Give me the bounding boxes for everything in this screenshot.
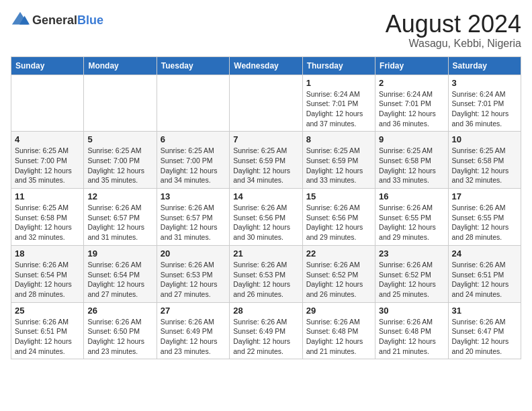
day-number: 17 bbox=[452, 191, 517, 201]
day-cell: 6Sunrise: 6:25 AM Sunset: 7:00 PM Daylig… bbox=[157, 132, 229, 189]
day-number: 31 bbox=[452, 306, 517, 316]
day-cell bbox=[157, 75, 229, 132]
day-cell: 13Sunrise: 6:26 AM Sunset: 6:57 PM Dayli… bbox=[157, 189, 229, 246]
day-number: 2 bbox=[379, 78, 444, 88]
day-info: Sunrise: 6:24 AM Sunset: 7:01 PM Dayligh… bbox=[379, 89, 444, 129]
day-cell: 8Sunrise: 6:25 AM Sunset: 6:59 PM Daylig… bbox=[302, 132, 375, 189]
day-number: 16 bbox=[379, 191, 444, 201]
day-info: Sunrise: 6:26 AM Sunset: 6:53 PM Dayligh… bbox=[233, 260, 298, 300]
day-info: Sunrise: 6:26 AM Sunset: 6:52 PM Dayligh… bbox=[306, 260, 371, 300]
logo-text-blue: Blue bbox=[77, 13, 103, 27]
day-number: 15 bbox=[306, 191, 371, 201]
day-cell: 4Sunrise: 6:25 AM Sunset: 7:00 PM Daylig… bbox=[11, 132, 84, 189]
day-info: Sunrise: 6:25 AM Sunset: 6:58 PM Dayligh… bbox=[452, 146, 517, 185]
day-cell bbox=[84, 75, 157, 132]
day-cell: 25Sunrise: 6:26 AM Sunset: 6:51 PM Dayli… bbox=[11, 302, 84, 359]
day-info: Sunrise: 6:25 AM Sunset: 6:58 PM Dayligh… bbox=[15, 203, 80, 242]
day-cell: 9Sunrise: 6:25 AM Sunset: 6:58 PM Daylig… bbox=[375, 132, 448, 189]
day-cell: 7Sunrise: 6:25 AM Sunset: 6:59 PM Daylig… bbox=[230, 132, 302, 189]
day-info: Sunrise: 6:25 AM Sunset: 7:00 PM Dayligh… bbox=[15, 146, 80, 185]
day-info: Sunrise: 6:25 AM Sunset: 7:00 PM Dayligh… bbox=[161, 146, 226, 185]
day-info: Sunrise: 6:25 AM Sunset: 7:00 PM Dayligh… bbox=[87, 146, 152, 185]
day-number: 12 bbox=[87, 191, 152, 201]
day-number: 20 bbox=[161, 248, 226, 259]
day-cell: 24Sunrise: 6:26 AM Sunset: 6:51 PM Dayli… bbox=[448, 245, 521, 302]
day-number: 22 bbox=[306, 248, 371, 259]
logo-icon bbox=[11, 11, 30, 30]
day-info: Sunrise: 6:24 AM Sunset: 7:01 PM Dayligh… bbox=[452, 89, 517, 129]
day-cell: 16Sunrise: 6:26 AM Sunset: 6:55 PM Dayli… bbox=[375, 189, 448, 246]
day-cell: 29Sunrise: 6:26 AM Sunset: 6:48 PM Dayli… bbox=[302, 302, 375, 359]
day-info: Sunrise: 6:26 AM Sunset: 6:52 PM Dayligh… bbox=[379, 260, 444, 300]
day-info: Sunrise: 6:26 AM Sunset: 6:51 PM Dayligh… bbox=[452, 260, 517, 300]
day-number: 26 bbox=[87, 306, 152, 316]
col-header-monday: Monday bbox=[84, 56, 157, 75]
day-number: 10 bbox=[452, 134, 517, 144]
day-info: Sunrise: 6:26 AM Sunset: 6:48 PM Dayligh… bbox=[306, 317, 371, 357]
day-number: 5 bbox=[87, 134, 152, 144]
day-number: 1 bbox=[306, 78, 371, 88]
day-cell: 3Sunrise: 6:24 AM Sunset: 7:01 PM Daylig… bbox=[448, 75, 521, 132]
day-cell: 20Sunrise: 6:26 AM Sunset: 6:53 PM Dayli… bbox=[157, 245, 229, 302]
day-info: Sunrise: 6:26 AM Sunset: 6:54 PM Dayligh… bbox=[87, 260, 152, 300]
day-cell: 28Sunrise: 6:26 AM Sunset: 6:49 PM Dayli… bbox=[230, 302, 302, 359]
calendar-table: SundayMondayTuesdayWednesdayThursdayFrid… bbox=[11, 56, 521, 360]
day-number: 23 bbox=[379, 248, 444, 259]
day-number: 21 bbox=[233, 248, 298, 259]
col-header-saturday: Saturday bbox=[448, 56, 521, 75]
logo-text-general: General bbox=[32, 13, 77, 27]
week-row-5: 25Sunrise: 6:26 AM Sunset: 6:51 PM Dayli… bbox=[11, 302, 521, 359]
day-cell: 23Sunrise: 6:26 AM Sunset: 6:52 PM Dayli… bbox=[375, 245, 448, 302]
day-cell: 15Sunrise: 6:26 AM Sunset: 6:56 PM Dayli… bbox=[302, 189, 375, 246]
col-header-sunday: Sunday bbox=[11, 56, 84, 75]
day-cell: 27Sunrise: 6:26 AM Sunset: 6:49 PM Dayli… bbox=[157, 302, 229, 359]
day-info: Sunrise: 6:25 AM Sunset: 6:59 PM Dayligh… bbox=[306, 146, 371, 185]
day-cell: 17Sunrise: 6:26 AM Sunset: 6:55 PM Dayli… bbox=[448, 189, 521, 246]
day-cell: 18Sunrise: 6:26 AM Sunset: 6:54 PM Dayli… bbox=[11, 245, 84, 302]
day-cell: 21Sunrise: 6:26 AM Sunset: 6:53 PM Dayli… bbox=[230, 245, 302, 302]
day-info: Sunrise: 6:26 AM Sunset: 6:47 PM Dayligh… bbox=[452, 317, 517, 357]
day-info: Sunrise: 6:25 AM Sunset: 6:59 PM Dayligh… bbox=[233, 146, 298, 185]
day-number: 28 bbox=[233, 306, 298, 316]
day-cell: 14Sunrise: 6:26 AM Sunset: 6:56 PM Dayli… bbox=[230, 189, 302, 246]
header-row: SundayMondayTuesdayWednesdayThursdayFrid… bbox=[11, 56, 521, 75]
day-info: Sunrise: 6:26 AM Sunset: 6:57 PM Dayligh… bbox=[161, 203, 226, 242]
main-title: August 2024 bbox=[386, 11, 521, 38]
day-number: 8 bbox=[306, 134, 371, 144]
day-number: 4 bbox=[15, 134, 80, 144]
day-number: 25 bbox=[15, 306, 80, 316]
day-cell: 31Sunrise: 6:26 AM Sunset: 6:47 PM Dayli… bbox=[448, 302, 521, 359]
day-info: Sunrise: 6:26 AM Sunset: 6:49 PM Dayligh… bbox=[161, 317, 226, 357]
day-info: Sunrise: 6:26 AM Sunset: 6:55 PM Dayligh… bbox=[379, 203, 444, 242]
col-header-thursday: Thursday bbox=[302, 56, 375, 75]
day-info: Sunrise: 6:25 AM Sunset: 6:58 PM Dayligh… bbox=[379, 146, 444, 185]
day-info: Sunrise: 6:26 AM Sunset: 6:53 PM Dayligh… bbox=[161, 260, 226, 300]
day-number: 27 bbox=[161, 306, 226, 316]
day-cell: 30Sunrise: 6:26 AM Sunset: 6:48 PM Dayli… bbox=[375, 302, 448, 359]
day-number: 6 bbox=[161, 134, 226, 144]
col-header-wednesday: Wednesday bbox=[230, 56, 302, 75]
page-header: GeneralBlue August 2024 Wasagu, Kebbi, N… bbox=[11, 11, 521, 50]
day-cell: 22Sunrise: 6:26 AM Sunset: 6:52 PM Dayli… bbox=[302, 245, 375, 302]
day-cell: 12Sunrise: 6:26 AM Sunset: 6:57 PM Dayli… bbox=[84, 189, 157, 246]
day-cell bbox=[11, 75, 84, 132]
day-info: Sunrise: 6:24 AM Sunset: 7:01 PM Dayligh… bbox=[306, 89, 371, 129]
week-row-4: 18Sunrise: 6:26 AM Sunset: 6:54 PM Dayli… bbox=[11, 245, 521, 302]
day-cell bbox=[230, 75, 302, 132]
day-info: Sunrise: 6:26 AM Sunset: 6:57 PM Dayligh… bbox=[87, 203, 152, 242]
title-block: August 2024 Wasagu, Kebbi, Nigeria bbox=[386, 11, 521, 50]
day-number: 14 bbox=[233, 191, 298, 201]
day-number: 9 bbox=[379, 134, 444, 144]
day-info: Sunrise: 6:26 AM Sunset: 6:56 PM Dayligh… bbox=[233, 203, 298, 242]
week-row-2: 4Sunrise: 6:25 AM Sunset: 7:00 PM Daylig… bbox=[11, 132, 521, 189]
day-info: Sunrise: 6:26 AM Sunset: 6:51 PM Dayligh… bbox=[15, 317, 80, 357]
day-cell: 19Sunrise: 6:26 AM Sunset: 6:54 PM Dayli… bbox=[84, 245, 157, 302]
day-cell: 11Sunrise: 6:25 AM Sunset: 6:58 PM Dayli… bbox=[11, 189, 84, 246]
day-number: 24 bbox=[452, 248, 517, 259]
day-number: 3 bbox=[452, 78, 517, 88]
subtitle: Wasagu, Kebbi, Nigeria bbox=[386, 38, 521, 50]
day-info: Sunrise: 6:26 AM Sunset: 6:50 PM Dayligh… bbox=[87, 317, 152, 357]
week-row-3: 11Sunrise: 6:25 AM Sunset: 6:58 PM Dayli… bbox=[11, 189, 521, 246]
day-cell: 2Sunrise: 6:24 AM Sunset: 7:01 PM Daylig… bbox=[375, 75, 448, 132]
day-info: Sunrise: 6:26 AM Sunset: 6:49 PM Dayligh… bbox=[233, 317, 298, 357]
